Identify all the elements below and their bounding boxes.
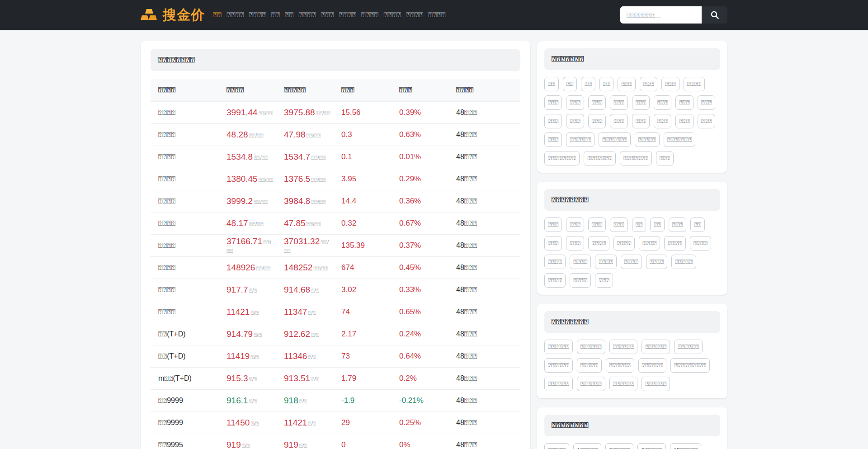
tag-link[interactable]: ⍰⍰⍰⍰⍰ [635,132,660,147]
tag-link[interactable]: ⍰⍰⍰ [632,114,650,128]
tag-link[interactable]: ⍰⍰⍰ [610,95,627,110]
tag-link[interactable]: ⍰⍰ [599,77,614,91]
tag-link[interactable]: 1⍰⍰⍰⍰⍰ [573,443,601,449]
tag-link[interactable]: ⍰⍰⍰ [588,217,606,232]
tag-link[interactable]: ⍰⍰⍰⍰ [544,255,566,269]
tag-link[interactable]: ⍰⍰⍰⍰ [595,255,616,269]
tag-link[interactable]: ⍰⍰⍰⍰ [621,255,642,269]
tag-link[interactable]: 9⍰⍰⍰⍰⍰ [637,443,665,449]
tag-link[interactable]: ⍰⍰ [544,77,559,91]
tag-link[interactable]: ⍰⍰⍰ [610,217,627,232]
tag-link[interactable]: ⍰⍰⍰⍰ [646,255,667,269]
tag-link[interactable]: ⍰⍰⍰ [656,151,674,165]
tag-link[interactable]: ⍰⍰⍰⍰⍰⍰⍰ [664,132,696,147]
tag-link[interactable]: ⍰⍰⍰⍰⍰⍰⍰ [584,151,616,165]
tag-link[interactable]: ⍰⍰ [650,217,665,232]
table-row[interactable]: ⍰⍰⍰⍰3999.2⍰⍰/⍰⍰3984.8⍰⍰/⍰⍰14.40.36%48⍰⍰⍰ [151,190,520,212]
nav-item-active[interactable]: ⍰⍰ [213,9,222,21]
tag-link[interactable]: ⍰⍰⍰ [698,95,715,110]
tag-link[interactable]: ⍰⍰⍰ [566,236,584,250]
tag-link[interactable]: ⍰⍰⍰ [566,217,584,232]
table-row[interactable]: ⍰⍰⍰⍰37166.71⍰⍰/⍰⍰37031.32⍰⍰/⍰⍰135.390.37… [151,234,520,256]
tag-link[interactable]: ⍰⍰⍰ [544,236,562,250]
logo[interactable]: 搜金价 [141,7,205,23]
nav-item[interactable]: ⍰⍰ [285,9,293,21]
tag-link[interactable]: ⍰⍰⍰⍰⍰⍰ [674,340,703,354]
tag-link[interactable]: ⍰⍰⍰ [588,95,606,110]
tag-link[interactable]: ⍰⍰ [632,217,646,232]
tag-link[interactable]: ⍰⍰⍰ [675,95,693,110]
table-row[interactable]: ⍰⍰(T+D)11419⍰/⍰11346⍰/⍰730.64%48⍰⍰⍰ [151,345,520,367]
tag-link[interactable]: ⍰⍰⍰ [654,95,671,110]
tag-link[interactable]: ⍰⍰⍰⍰ [684,77,705,91]
tag-link[interactable]: ⍰⍰⍰⍰⍰⍰⍰ [620,151,652,165]
table-row[interactable]: ⍰⍰⍰⍰917.7⍰/⍰914.68⍰/⍰3.020.33%48⍰⍰⍰ [151,279,520,301]
nav-item[interactable]: ⍰⍰⍰ [321,9,334,21]
tag-link[interactable]: 15⍰⍰⍰⍰⍰ [670,443,701,449]
tag-link[interactable]: ⍰⍰⍰ [544,95,562,110]
nav-item[interactable]: ⍰⍰ [271,9,280,21]
tag-link[interactable]: ⍰⍰⍰ [544,132,562,147]
table-row[interactable]: ⍰⍰⍰⍰3991.44⍰⍰/⍰⍰3975.88⍰⍰/⍰⍰15.560.39%48… [151,101,520,123]
table-row[interactable]: m⍰⍰(T+D)915.3⍰/⍰913.51⍰/⍰1.790.2%48⍰⍰⍰ [151,367,520,389]
tag-link[interactable]: 3⍰⍰⍰⍰⍰ [605,443,633,449]
tag-link[interactable]: ⍰⍰⍰ [566,95,584,110]
tag-link[interactable]: ⍰⍰⍰⍰ [690,236,711,250]
search-button[interactable] [702,6,727,24]
nav-item[interactable]: ⍰⍰⍰⍰ [428,9,445,21]
tag-link[interactable]: ⍰⍰⍰⍰ [570,273,591,288]
table-row[interactable]: ⍰⍰⍰⍰48.17⍰⍰/⍰⍰47.85⍰⍰/⍰⍰0.320.67%48⍰⍰⍰ [151,212,520,234]
tag-link[interactable]: ⍰⍰⍰ [544,114,562,128]
tag-link[interactable]: ⍰⍰ [581,77,595,91]
tag-link[interactable]: ⍰⍰⍰⍰⍰⍰ [566,132,594,147]
tag-link[interactable]: ⍰⍰⍰⍰⍰⍰ [577,340,605,354]
tag-link[interactable]: ⍰⍰⍰ [669,217,686,232]
tag-link[interactable]: ⍰⍰⍰⍰⍰ [671,255,696,269]
tag-link[interactable]: ⍰⍰⍰⍰ [664,236,685,250]
tag-link[interactable]: ⍰⍰⍰ [610,114,627,128]
table-row[interactable]: ⍰⍰999911450⍰/⍰11421⍰/⍰290.25%48⍰⍰⍰ [151,411,520,434]
tag-link[interactable]: ⍰⍰⍰⍰ [639,236,660,250]
nav-item[interactable]: ⍰⍰⍰⍰ [249,9,266,21]
nav-item[interactable]: ⍰⍰⍰⍰ [226,9,244,21]
tag-link[interactable]: ⍰⍰⍰ [618,77,635,91]
tag-link[interactable]: ⍰⍰⍰⍰ [613,236,635,250]
tag-link[interactable]: ⍰⍰⍰⍰⍰⍰ [638,358,667,373]
tag-link[interactable]: ⍰⍰⍰⍰⍰⍰ [642,377,670,391]
tag-link[interactable]: ⍰⍰⍰ [566,114,584,128]
table-row[interactable]: ⍰⍰9999916.1⍰/⍰918⍰/⍰-1.9-0.21%48⍰⍰⍰ [151,389,520,411]
tag-link[interactable]: ⍰⍰⍰ [698,114,715,128]
tag-link[interactable]: ⍰⍰⍰⍰⍰⍰⍰ [599,132,631,147]
tag-link[interactable]: ⍰⍰⍰⍰⍰ [577,358,602,373]
tag-link[interactable]: ⍰⍰⍰⍰⍰⍰ [609,340,638,354]
tag-link[interactable]: ⍰⍰⍰ [654,114,671,128]
nav-item[interactable]: ⍰⍰⍰⍰ [406,9,423,21]
table-row[interactable]: ⍰⍰⍰⍰48.28⍰⍰/⍰⍰47.98⍰⍰/⍰⍰0.30.63%48⍰⍰⍰ [151,123,520,146]
tag-link[interactable]: ⍰⍰⍰⍰ [544,273,566,288]
table-row[interactable]: ⍰⍰9995919⍰/⍰919⍰/⍰00%48⍰⍰⍰ [151,434,520,449]
tag-link[interactable]: ⍰⍰⍰⍰⍰⍰ [606,358,634,373]
search-input[interactable] [620,6,702,24]
tag-link[interactable]: ⍰⍰⍰⍰⍰⍰ [544,358,573,373]
tag-link[interactable]: ⍰⍰⍰⍰⍰⍰ [544,377,573,391]
table-row[interactable]: ⍰⍰⍰⍰1380.45⍰⍰/⍰⍰1376.5⍰⍰/⍰⍰3.950.29%48⍰⍰… [151,168,520,190]
tag-link[interactable]: ⍰⍰ [690,217,705,232]
tag-link[interactable]: ⍰⍰⍰ [632,95,650,110]
table-row[interactable]: ⍰⍰⍰⍰148926⍰⍰/⍰⍰148252⍰⍰/⍰⍰6740.45%48⍰⍰⍰ [151,256,520,279]
table-row[interactable]: ⍰⍰⍰⍰11421⍰/⍰11347⍰/⍰740.65%48⍰⍰⍰ [151,301,520,323]
tag-link[interactable]: ⍰⍰⍰⍰⍰⍰⍰⍰⍰ [670,358,709,373]
tag-link[interactable]: ⍰⍰⍰⍰⍰ [544,443,569,449]
tag-link[interactable]: ⍰⍰⍰⍰⍰⍰ [642,340,670,354]
tag-link[interactable]: ⍰⍰⍰ [595,273,613,288]
tag-link[interactable]: ⍰⍰⍰⍰ [570,255,591,269]
table-row[interactable]: ⍰⍰⍰⍰1534.8⍰⍰/⍰⍰1534.7⍰⍰/⍰⍰0.10.01%48⍰⍰⍰ [151,146,520,168]
nav-item[interactable]: ⍰⍰⍰⍰ [339,9,356,21]
tag-link[interactable]: ⍰⍰⍰ [675,114,693,128]
nav-item[interactable]: ⍰⍰⍰⍰ [383,9,401,21]
nav-item[interactable]: ⍰⍰⍰⍰ [361,9,378,21]
tag-link[interactable]: ⍰⍰⍰⍰⍰⍰ [609,377,638,391]
tag-link[interactable]: ⍰⍰⍰ [661,77,679,91]
nav-item[interactable]: ⍰⍰⍰⍰ [298,9,316,21]
tag-link[interactable]: ⍰⍰⍰ [544,217,562,232]
tag-link[interactable]: ⍰⍰⍰⍰⍰⍰⍰⍰ [544,151,580,165]
